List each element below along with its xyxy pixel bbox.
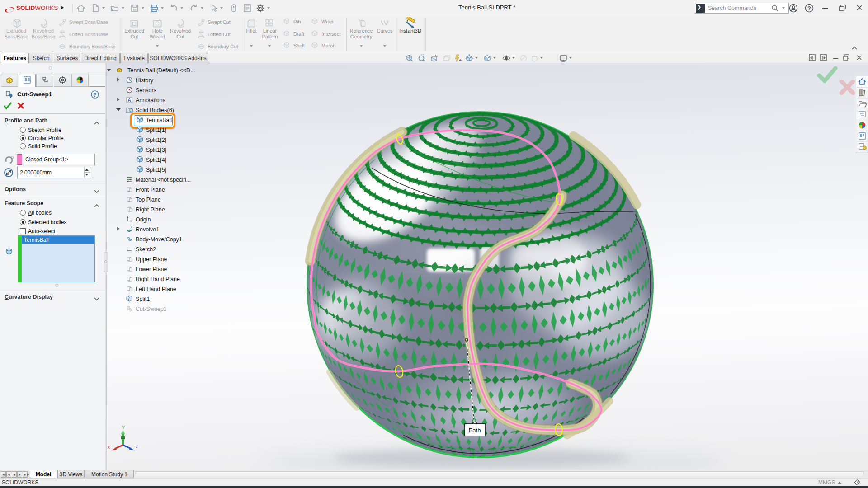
svg-text:x: x bbox=[108, 445, 110, 450]
svg-text:A: A bbox=[459, 58, 462, 62]
svg-text:Path: Path bbox=[469, 427, 481, 434]
svg-text:Y: Y bbox=[122, 425, 125, 430]
svg-text:?: ? bbox=[93, 92, 96, 98]
svg-text:?: ? bbox=[807, 5, 811, 12]
svg-text:z: z bbox=[136, 444, 138, 449]
svg-text:A: A bbox=[127, 98, 131, 103]
